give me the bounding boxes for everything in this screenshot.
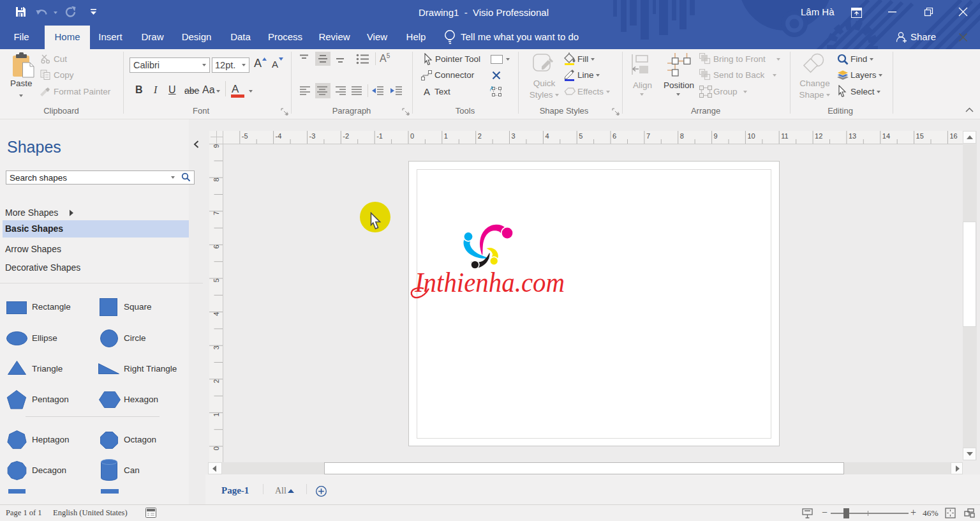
svg-text:Inthienha.com: Inthienha.com [414, 266, 565, 298]
svg-text:1: 1 [444, 132, 448, 140]
svg-text:7: 7 [646, 132, 650, 140]
svg-text:5: 5 [579, 132, 583, 140]
svg-text:-4: -4 [276, 132, 282, 140]
svg-text:13: 13 [849, 132, 856, 140]
svg-text:7: 7 [212, 211, 220, 215]
svg-text:8: 8 [212, 177, 220, 181]
svg-text:8: 8 [680, 132, 684, 140]
svg-text:1: 1 [212, 412, 220, 416]
svg-text:6: 6 [612, 132, 616, 140]
svg-text:5: 5 [212, 278, 220, 282]
svg-text:-5: -5 [242, 132, 248, 140]
svg-text:3: 3 [512, 132, 516, 140]
svg-text:-3: -3 [309, 132, 316, 140]
svg-text:9: 9 [714, 132, 718, 140]
svg-text:4: 4 [212, 312, 220, 316]
svg-text:-2: -2 [343, 132, 349, 140]
svg-text:11: 11 [781, 132, 788, 140]
svg-text:14: 14 [882, 132, 890, 140]
svg-text:0: 0 [212, 446, 220, 450]
svg-text:6: 6 [212, 245, 220, 248]
svg-text:-1: -1 [376, 132, 383, 140]
svg-text:15: 15 [916, 132, 924, 140]
svg-text:3: 3 [212, 345, 220, 349]
svg-text:2: 2 [478, 132, 482, 140]
svg-text:12: 12 [815, 132, 822, 140]
svg-text:16: 16 [949, 132, 957, 140]
svg-text:0: 0 [410, 132, 414, 140]
svg-text:4: 4 [545, 132, 549, 140]
svg-text:10: 10 [747, 132, 755, 140]
svg-text:2: 2 [212, 379, 220, 383]
svg-text:9: 9 [212, 144, 220, 148]
